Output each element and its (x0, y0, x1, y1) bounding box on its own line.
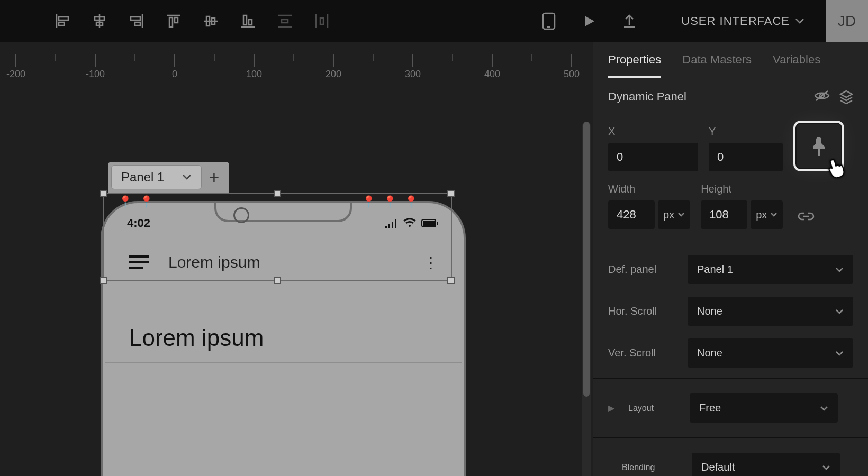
distribute-h-icon[interactable] (312, 12, 331, 31)
panel-chip-bar: Panel 1 + (108, 162, 229, 193)
avatar[interactable]: JD (826, 0, 868, 42)
align-center-h-icon[interactable] (90, 12, 109, 31)
layers-icon[interactable] (839, 90, 853, 104)
pin-icon: 📍 (383, 195, 397, 209)
add-panel-button[interactable]: + (202, 165, 226, 189)
expand-layout-icon[interactable]: ▶ (608, 403, 614, 413)
height-input[interactable] (701, 200, 747, 229)
divider (105, 362, 462, 363)
align-tools-group (53, 12, 331, 31)
ui-mode-label: USER INTERFACE (681, 14, 790, 28)
ui-mode-dropdown[interactable]: USER INTERFACE (671, 14, 815, 28)
pin-icon: 📍 (361, 195, 376, 209)
link-size-button[interactable] (793, 204, 819, 229)
ruler: -200 -100 0 100 200 300 400 500 (0, 42, 593, 79)
chevron-down-icon (835, 351, 844, 356)
hscroll-label: Hor. Scroll (608, 305, 677, 317)
chevron-down-icon (182, 174, 192, 180)
ruler-tick: 300 (405, 54, 421, 80)
defpanel-select[interactable]: Panel 1 (688, 255, 853, 284)
chevron-down-icon (820, 406, 828, 411)
distribute-v-icon[interactable] (275, 12, 294, 31)
pin-position-button[interactable] (793, 121, 844, 171)
y-label: Y (709, 125, 783, 138)
position-block: X Y Width (593, 115, 868, 244)
panel-tabs: Properties Data Masters Variables (593, 42, 868, 78)
selected-type-label: Dynamic Panel (608, 90, 686, 104)
device-icon[interactable] (539, 12, 558, 31)
chevron-down-icon (795, 18, 804, 24)
chevron-down-icon (822, 465, 830, 470)
ruler-tick: 0 (172, 54, 177, 80)
vscroll-label: Ver. Scroll (608, 347, 677, 359)
vscroll-select[interactable]: None (688, 338, 853, 368)
canvas-scrollbar[interactable] (582, 122, 591, 476)
panel-options: Def. panel Panel 1 Hor. Scroll None Ver.… (593, 244, 868, 379)
chevron-down-icon (835, 267, 844, 272)
cursor-hand-icon (825, 153, 851, 181)
tab-data-masters[interactable]: Data Masters (682, 53, 752, 78)
top-toolbar: USER INTERFACE JD (0, 0, 868, 42)
svg-rect-7 (818, 149, 820, 156)
canvas[interactable]: -200 -100 0 100 200 300 400 500 Panel 1 … (0, 42, 593, 476)
tab-variables[interactable]: Variables (773, 53, 820, 78)
pin-icon: 📍 (404, 195, 418, 209)
layout-select[interactable]: Free (690, 393, 838, 423)
ruler-tick: 400 (484, 54, 500, 80)
tab-properties[interactable]: Properties (608, 53, 661, 78)
panel-chip-label: Panel 1 (121, 170, 164, 185)
blending-select[interactable]: Default (692, 453, 840, 476)
width-input[interactable] (608, 200, 655, 229)
chevron-down-icon (835, 309, 844, 314)
defpanel-label: Def. panel (608, 263, 677, 276)
height-label: Height (701, 183, 783, 195)
section-header: Dynamic Panel (593, 78, 868, 115)
ruler-tick: -100 (86, 54, 105, 80)
x-label: X (608, 125, 698, 138)
pin-icon: 📍 (118, 195, 132, 209)
x-input[interactable] (608, 143, 698, 171)
y-input[interactable] (709, 143, 783, 171)
page-heading: Lorem ipsum (129, 325, 264, 351)
align-left-icon[interactable] (53, 12, 72, 31)
ruler-tick: 100 (246, 54, 262, 80)
align-middle-v-icon[interactable] (201, 12, 220, 31)
layout-block: ▶ Layout Free (593, 379, 868, 438)
align-bottom-icon[interactable] (238, 12, 257, 31)
ruler-tick: 500 (564, 54, 580, 80)
pin-icon: 📍 (139, 195, 153, 209)
width-unit-select[interactable]: px (658, 200, 690, 229)
blending-label: Blending (622, 463, 683, 472)
align-right-icon[interactable] (127, 12, 146, 31)
panel-selector[interactable]: Panel 1 (111, 165, 202, 189)
chevron-down-icon (677, 212, 685, 217)
chevron-down-icon (770, 212, 777, 217)
height-unit-select[interactable]: px (751, 200, 783, 229)
align-top-icon[interactable] (164, 12, 183, 31)
properties-panel: Properties Data Masters Variables Dynami… (593, 42, 868, 476)
width-label: Width (608, 183, 690, 195)
blending-block: Blending Default (593, 438, 868, 476)
play-icon[interactable] (580, 12, 599, 31)
hidden-icon[interactable] (814, 90, 830, 102)
upload-icon[interactable] (620, 12, 639, 31)
pushpin-icon (808, 135, 830, 157)
selection-outline[interactable]: 📍 📍 📍 📍 📍 (103, 193, 452, 281)
ruler-tick: 200 (326, 54, 341, 80)
toolbar-right-group: USER INTERFACE JD (671, 0, 868, 42)
ruler-tick: -200 (6, 54, 25, 80)
preview-tools-group (539, 12, 639, 31)
layout-label: Layout (628, 404, 681, 413)
hscroll-select[interactable]: None (688, 297, 853, 326)
